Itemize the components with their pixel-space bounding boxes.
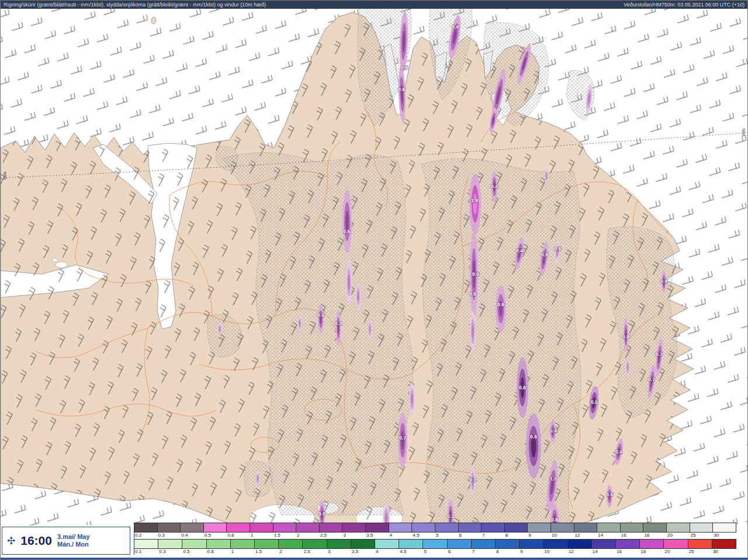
legend-cell: 1.5 xyxy=(255,539,279,555)
precip-amount-label: 0.6 xyxy=(541,252,548,258)
legend-cell: 14 xyxy=(592,539,616,555)
legend-cell: 3 xyxy=(342,523,366,538)
legend-cell: 0.5 xyxy=(204,523,227,538)
legend-cell: 6 xyxy=(459,523,482,538)
precip-amount-label: 0.4 xyxy=(615,449,622,455)
precip-blob xyxy=(348,275,349,290)
legend-cell: 18 xyxy=(643,523,667,538)
valid-time: 16:00 xyxy=(20,534,52,548)
legend-cell: 3.5 xyxy=(351,539,375,555)
precip-amount-label: 0.7 xyxy=(656,351,663,357)
precip-blob xyxy=(358,292,359,301)
legend-cell: 3 xyxy=(327,539,351,555)
legend-cell: 9 xyxy=(528,523,551,538)
precip-amount-label: 0.3 xyxy=(447,513,454,519)
precip-blob xyxy=(219,327,220,331)
precip-amount-label: 0.5 xyxy=(591,399,598,405)
legend-cell: 4 xyxy=(389,523,413,538)
legend-cell: 4.5 xyxy=(399,539,423,555)
precip-amount-label: 0.6 xyxy=(343,229,350,234)
legend-cell: 0.8 xyxy=(207,539,231,555)
legend-cell: 16 xyxy=(616,539,640,555)
legend-cell: 9 xyxy=(520,539,543,555)
legend-cell: 30 xyxy=(712,539,736,555)
legend-cell: 30 xyxy=(713,523,736,538)
legend-cell: 7 xyxy=(472,539,496,555)
precip-amount-label: 0.4 xyxy=(491,184,498,189)
map-canvas: 0.50.60.40.41.90.50.60.60.30.50.40.60.50… xyxy=(1,1,747,559)
legend-cell: 2 xyxy=(279,539,303,555)
legend-cell: 20 xyxy=(667,523,690,538)
precip-blob xyxy=(546,174,547,179)
legend-cell: 1 xyxy=(250,523,273,538)
precip-amount-label: 1.0 xyxy=(550,476,557,482)
precip-amount-label: 0.6 xyxy=(398,87,405,92)
precip-blob xyxy=(411,394,413,405)
legend-cell: 4 xyxy=(375,539,399,555)
precip-amount-label: 0.4 xyxy=(452,24,459,30)
precip-amount-label: 0.6 xyxy=(551,517,558,523)
precip-amount-label: 0.3 xyxy=(469,477,476,483)
legend-cell: 5 xyxy=(435,523,459,538)
legend-cell: 4.5 xyxy=(412,523,435,538)
legend-cell: 0.1 xyxy=(134,539,158,555)
precip-amount-label: 0.7 xyxy=(399,435,406,441)
legend-cell: 2 xyxy=(296,523,320,538)
precip-blob xyxy=(299,321,300,326)
legend-cell: 5 xyxy=(423,539,447,555)
legend-cell: 6 xyxy=(448,539,472,555)
footer-bar: ✣ 16:00 3.maí/ May Mán./ Mon 0.20.30.40.… xyxy=(1,526,747,559)
legend-cell: 14 xyxy=(597,523,621,538)
precip-amount-label: 0.5 xyxy=(472,271,479,277)
precip-amount-label: 0.6 xyxy=(469,291,476,297)
precip-amount-label: 0.3 xyxy=(335,320,342,326)
precip-amount-label: 0.5 xyxy=(318,511,325,517)
precip-blob xyxy=(257,476,258,482)
legend-cell: 18 xyxy=(640,539,664,555)
legend-cell: 12 xyxy=(568,539,592,555)
graticule-label: 66N xyxy=(741,128,746,136)
forecast-description: Rigning/skúrir (grænt/blátt/rautt - mm/1… xyxy=(4,1,266,9)
legend-cell: 0.8 xyxy=(227,523,250,538)
legend-cell: 20 xyxy=(664,539,688,555)
legend-cell: 10 xyxy=(551,523,574,538)
legend-cell: 3.5 xyxy=(366,523,389,538)
precip-amount-label: 0.6 xyxy=(519,385,526,390)
precip-blob xyxy=(472,324,473,338)
legend-cell: 2.5 xyxy=(320,523,343,538)
legend-area: 0.20.30.40.50.811.522.533.544.5567891012… xyxy=(134,523,736,555)
compass-icon: ✣ xyxy=(7,536,15,546)
precip-amount-label: 0.4 xyxy=(660,278,667,284)
legend-cell: 0.3 xyxy=(158,539,182,555)
precip-amount-label: 1.9 xyxy=(471,198,478,203)
legend-cell: 1.5 xyxy=(273,523,297,538)
precip-amount-label: 0.7 xyxy=(648,376,655,382)
legend-cell: 10 xyxy=(543,539,567,555)
legend-cell: 25 xyxy=(690,523,714,538)
precip-amount-label: 0.6 xyxy=(497,302,504,307)
weekday-label: Mán./ Mon xyxy=(57,541,89,548)
header-bar: Rigning/skúrir (grænt/blátt/rautt - mm/1… xyxy=(1,1,747,9)
legend-cell: 12 xyxy=(574,523,598,538)
precip-amount-label: 0.5 xyxy=(606,492,613,497)
precip-amount-label: 0.8 xyxy=(622,334,629,340)
legend-cell: 8 xyxy=(505,523,528,538)
legend-cell: 0.4 xyxy=(181,523,204,538)
valid-time-box: ✣ 16:00 3.maí/ May Mán./ Mon xyxy=(2,527,130,555)
precip-amount-label: 0.5 xyxy=(401,65,408,71)
legend-cell: 25 xyxy=(688,539,712,555)
legend-cell: 2.5 xyxy=(303,539,327,555)
legend-cell: 7 xyxy=(482,523,505,538)
map-svg: 0.50.60.40.41.90.50.60.60.30.50.40.60.50… xyxy=(1,1,748,560)
legend-cell: 0.3 xyxy=(158,523,181,538)
legend-cell: 0.2 xyxy=(134,523,158,538)
legend-cell: 0.5 xyxy=(182,539,206,555)
date-label: 3.maí/ May xyxy=(57,533,90,540)
legend-cell: 1 xyxy=(231,539,255,555)
precip-blob xyxy=(473,193,477,214)
precip-amount-label: 0.5 xyxy=(554,246,561,252)
legend-rain-scale: 0.10.30.50.811.522.533.544.5567891012141… xyxy=(134,539,736,555)
model-run-timestamp: Veðurstofan/HM750m: 03.05.2021 06:00 UTC… xyxy=(624,1,744,9)
precip-blob xyxy=(627,364,628,371)
legend-snow-scale: 0.20.30.40.50.811.522.533.544.5567891012… xyxy=(134,523,736,538)
